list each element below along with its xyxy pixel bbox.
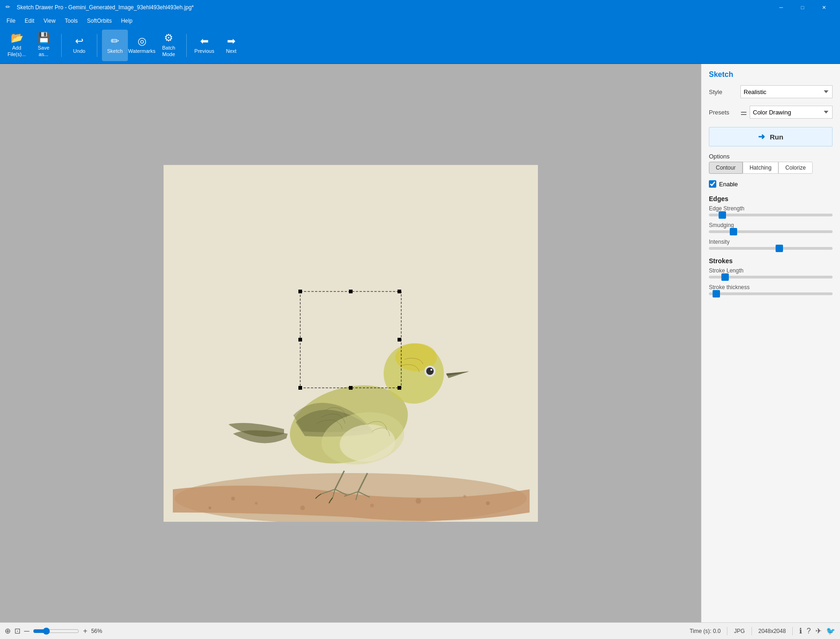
watermarks-button[interactable]: ◎ Watermarks xyxy=(129,30,155,61)
window-title: Sketch Drawer Pro - Gemini_Generated_Ima… xyxy=(17,4,771,11)
smudging-slider[interactable] xyxy=(701,230,840,238)
toolbar-sep-2 xyxy=(97,34,97,57)
edge-strength-track[interactable] xyxy=(709,214,833,216)
presets-section: Presets ⚌ Color Drawing xyxy=(701,106,840,123)
undo-icon: ↩ xyxy=(75,36,83,46)
canvas-inner xyxy=(0,64,701,622)
menu-edit[interactable]: Edit xyxy=(20,16,39,26)
zoom-slider[interactable] xyxy=(33,627,79,635)
enable-row: Enable xyxy=(701,178,840,190)
style-select[interactable]: Realistic xyxy=(740,85,833,98)
app-icon: ✏ xyxy=(6,4,13,11)
help-icon[interactable]: ? xyxy=(807,627,811,635)
stroke-thickness-thumb[interactable] xyxy=(713,290,720,297)
svg-rect-0 xyxy=(164,165,538,522)
smudging-label: Smudging xyxy=(701,221,840,230)
stroke-length-track[interactable] xyxy=(709,276,833,278)
svg-point-5 xyxy=(370,504,374,507)
svg-point-2 xyxy=(231,497,235,500)
add-files-icon: 📂 xyxy=(11,33,23,43)
sketch-label: Sketch xyxy=(107,48,123,54)
menu-view[interactable]: View xyxy=(39,16,60,26)
time-label: Time (s): 0.0 xyxy=(689,628,720,634)
svg-rect-32 xyxy=(298,386,302,390)
run-arrow-icon: ➜ xyxy=(758,132,765,142)
stroke-thickness-slider[interactable] xyxy=(701,292,840,300)
svg-point-7 xyxy=(463,495,466,498)
edges-title: Edges xyxy=(701,192,840,204)
run-button[interactable]: ➜ Run xyxy=(709,127,833,146)
tab-colorize[interactable]: Colorize xyxy=(778,162,813,174)
tab-contour[interactable]: Contour xyxy=(709,162,743,174)
twitter-icon[interactable]: 🐦 xyxy=(826,626,835,635)
toolbar-sep-3 xyxy=(186,34,187,57)
zoom-select-icon[interactable]: ⊡ xyxy=(14,626,20,635)
share-icon[interactable]: ✈ xyxy=(815,626,821,635)
undo-label: Undo xyxy=(73,48,85,54)
previous-label: Previous xyxy=(195,48,215,54)
svg-point-3 xyxy=(255,502,258,505)
toolbar-edit-group: ↩ Undo xyxy=(66,30,92,61)
zoom-out-icon[interactable]: ─ xyxy=(24,627,29,635)
save-label: Save as... xyxy=(32,45,55,57)
svg-point-6 xyxy=(416,498,421,504)
options-tabs: Contour Hatching Colorize xyxy=(701,162,840,174)
minimize-button[interactable]: ─ xyxy=(771,0,792,15)
menu-file[interactable]: File xyxy=(2,16,20,26)
presets-control: ⚌ Color Drawing xyxy=(740,106,833,119)
stroke-length-slider[interactable] xyxy=(701,276,840,283)
info-icon[interactable]: ℹ xyxy=(799,626,802,635)
presets-dropdown[interactable]: Color Drawing xyxy=(750,106,833,119)
save-as-button[interactable]: 💾 Save as... xyxy=(31,30,57,61)
maximize-button[interactable]: □ xyxy=(792,0,813,15)
panel-title: Sketch xyxy=(701,64,840,82)
batch-icon: ⚙ xyxy=(164,33,173,43)
intensity-track[interactable] xyxy=(709,247,833,250)
enable-label: Enable xyxy=(719,181,738,188)
sketch-icon: ✏ xyxy=(111,36,119,46)
previous-button[interactable]: ⬅ Previous xyxy=(191,30,217,61)
toolbar-nav-group: ⬅ Previous ➡ Next xyxy=(191,30,244,61)
svg-rect-27 xyxy=(298,290,302,293)
smudging-track[interactable] xyxy=(709,230,833,233)
intensity-label: Intensity xyxy=(701,238,840,247)
bird-sketch-svg xyxy=(164,165,538,522)
enable-checkbox[interactable] xyxy=(709,180,716,188)
smudging-thumb[interactable] xyxy=(730,228,737,235)
intensity-thumb[interactable] xyxy=(776,245,783,252)
run-label: Run xyxy=(770,133,783,141)
main-layout: Sketch Style Realistic Presets ⚌ Color D… xyxy=(0,64,840,622)
previous-icon: ⬅ xyxy=(200,36,208,46)
presets-sliders-icon[interactable]: ⚌ xyxy=(740,108,747,117)
watermarks-label: Watermarks xyxy=(128,48,156,54)
zoom-fit-icon[interactable]: ⊕ xyxy=(5,626,11,635)
style-section: Style Realistic xyxy=(701,82,840,106)
format-label: JPG xyxy=(734,628,745,634)
presets-label: Presets xyxy=(709,109,737,116)
next-button[interactable]: ➡ Next xyxy=(218,30,244,61)
batch-mode-button[interactable]: ⚙ Batch Mode xyxy=(156,30,182,61)
menu-tools[interactable]: Tools xyxy=(60,16,82,26)
edge-strength-thumb[interactable] xyxy=(719,211,726,219)
stroke-thickness-track[interactable] xyxy=(709,292,833,295)
edge-strength-slider[interactable] xyxy=(701,214,840,221)
add-files-button[interactable]: 📂 Add File(s)... xyxy=(4,30,30,61)
dimensions-label: 2048x2048 xyxy=(758,628,786,634)
tab-hatching[interactable]: Hatching xyxy=(743,162,778,174)
next-label: Next xyxy=(226,48,237,54)
image-canvas[interactable] xyxy=(164,165,538,522)
toolbar-sketch-group: ✏ Sketch ◎ Watermarks ⚙ Batch Mode xyxy=(102,30,182,61)
menu-help[interactable]: Help xyxy=(116,16,137,26)
menu-softorbits[interactable]: SoftOrbits xyxy=(82,16,116,26)
close-button[interactable]: ✕ xyxy=(813,0,834,15)
sketch-button[interactable]: ✏ Sketch xyxy=(102,30,128,61)
save-icon: 💾 xyxy=(38,33,50,43)
intensity-slider[interactable] xyxy=(701,247,840,254)
stroke-length-thumb[interactable] xyxy=(721,273,729,281)
canvas-area[interactable] xyxy=(0,64,701,622)
undo-button[interactable]: ↩ Undo xyxy=(66,30,92,61)
svg-point-17 xyxy=(430,369,432,371)
svg-rect-34 xyxy=(398,386,401,390)
svg-rect-33 xyxy=(349,386,353,390)
zoom-in-icon[interactable]: + xyxy=(83,627,87,635)
